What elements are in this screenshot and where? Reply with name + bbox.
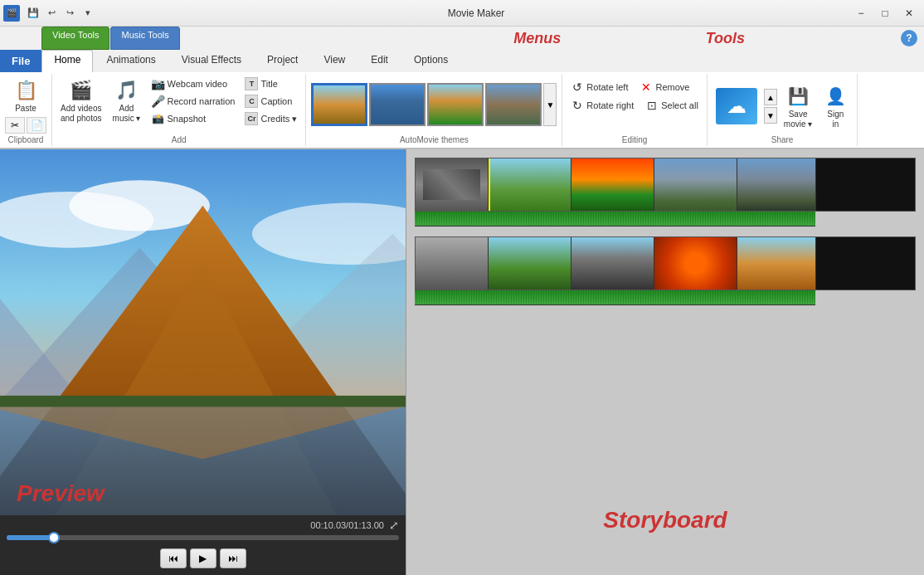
preview-seekbar[interactable] (7, 535, 399, 540)
redo-btn[interactable]: ↪ (61, 5, 78, 22)
preview-image: Preview (0, 149, 406, 515)
timecode-display: 00:10.03/01:13.00 (310, 520, 384, 530)
window-controls: − □ ✕ (849, 5, 921, 22)
title-text: Movie Maker (103, 7, 849, 19)
timeline-track-1 (415, 158, 916, 227)
music-tools-tab[interactable]: Music Tools (110, 27, 179, 50)
select-all-button[interactable]: ⊡ Select all (642, 97, 702, 114)
webcam-video-button[interactable]: 📷 Webcam video (148, 76, 239, 92)
minimize-btn[interactable]: − (849, 5, 873, 22)
theme-3[interactable] (427, 83, 484, 126)
prev-frame-btn[interactable]: ⏮ (160, 548, 187, 568)
editing-group: ↺ Rotate left ✕ Remove ↻ Rotate right ⊡ … (562, 74, 708, 146)
theme-4[interactable] (485, 83, 542, 126)
theme-scroll-down[interactable]: ▼ (543, 83, 557, 126)
maximize-btn[interactable]: □ (873, 5, 897, 22)
file-tab[interactable]: File (0, 50, 41, 72)
undo-btn[interactable]: ↩ (43, 5, 60, 22)
menus-annotation: Menus (513, 30, 561, 47)
clip-10[interactable] (737, 237, 816, 290)
next-frame-btn[interactable]: ⏭ (220, 548, 246, 568)
clip-5[interactable] (737, 158, 816, 211)
preview-label: Preview (17, 480, 105, 507)
copy-button[interactable]: 📄 (27, 117, 46, 134)
playback-controls: ⏮ ▶ ⏭ (7, 545, 399, 572)
snapshot-button[interactable]: 📸 Snapshot (148, 110, 239, 127)
audio-strip-2 (415, 290, 815, 305)
save-movie-button[interactable]: 💾 Savemovie ▾ (781, 81, 815, 131)
scroll-up-btn[interactable]: ▲ (764, 89, 777, 105)
add-music-button[interactable]: 🎵 Addmusic ▾ (109, 76, 145, 125)
main-content: Preview 00:10.03/01:13.00 ⤢ ⏮ ▶ ⏭ (0, 149, 924, 575)
expand-preview-btn[interactable]: ⤢ (389, 519, 399, 532)
clip-3[interactable] (571, 158, 654, 211)
automovie-group: ▼ AutoMovie themes (306, 74, 562, 146)
quick-access-toolbar: 🎬 💾 ↩ ↪ ▾ (3, 5, 96, 22)
share-group: ☁ ▲ ▼ 💾 Savemovie ▾ 👤 Signin Share (708, 74, 858, 146)
seek-progress (7, 535, 54, 540)
clip-6[interactable] (416, 237, 489, 290)
preview-controls: 00:10.03/01:13.00 ⤢ ⏮ ▶ ⏭ (0, 515, 406, 575)
clip-2[interactable] (489, 158, 571, 211)
tab-options[interactable]: Options (401, 50, 460, 72)
cut-button[interactable]: ✂ (5, 117, 25, 134)
tab-edit[interactable]: Edit (358, 50, 401, 72)
playhead (489, 158, 490, 211)
scroll-down-btn[interactable]: ▼ (764, 107, 777, 124)
help-button[interactable]: ? (901, 30, 917, 46)
clip-1[interactable] (416, 158, 489, 211)
preview-pane: Preview 00:10.03/01:13.00 ⤢ ⏮ ▶ ⏭ (0, 149, 406, 575)
sign-in-button[interactable]: 👤 Signin (819, 81, 852, 131)
main-tabs-row: File Home Animations Visual Effects Proj… (0, 50, 924, 72)
tab-view[interactable]: View (311, 50, 357, 72)
tab-animations[interactable]: Animations (94, 50, 168, 72)
preview-timecode: 00:10.03/01:13.00 ⤢ (7, 519, 399, 532)
title-button[interactable]: T Title (241, 76, 300, 92)
audio-strip-1 (415, 212, 815, 227)
clip-7[interactable] (489, 237, 571, 290)
timeline-track-2 (415, 236, 916, 305)
rotate-right-button[interactable]: ↻ Rotate right (567, 97, 637, 114)
theme-1[interactable] (311, 83, 367, 126)
tab-visual-effects[interactable]: Visual Effects (169, 50, 254, 72)
credits-button[interactable]: Cr Credits ▾ (241, 110, 300, 127)
clip-9[interactable] (654, 237, 737, 290)
title-bar: 🎬 💾 ↩ ↪ ▾ Movie Maker − □ ✕ (0, 0, 924, 27)
film-strip-1 (415, 158, 916, 212)
quick-access-more[interactable]: ▾ (80, 5, 96, 22)
seek-thumb[interactable] (48, 532, 60, 543)
tool-tabs-row: Video Tools Music Tools Menus Tools ? (0, 27, 924, 50)
save-quick-btn[interactable]: 💾 (25, 5, 41, 22)
svg-point-2 (69, 180, 210, 231)
add-group: 🎬 Add videosand photos 🎵 Addmusic ▾ 📷 We… (52, 74, 306, 146)
paste-button[interactable]: 📋 Paste (9, 76, 42, 115)
storyboard-label: Storyboard (603, 507, 727, 534)
film-strip-2 (415, 236, 916, 290)
rotate-left-button[interactable]: ↺ Rotate left (567, 79, 631, 95)
tab-project[interactable]: Project (255, 50, 310, 72)
theme-2[interactable] (369, 83, 426, 126)
clip-4[interactable] (654, 158, 737, 211)
record-narration-button[interactable]: 🎤 Record narration (148, 93, 239, 110)
clip-8[interactable] (571, 237, 654, 290)
storyboard-pane: Storyboard (406, 149, 924, 575)
video-tools-tab[interactable]: Video Tools (41, 27, 109, 50)
onedrive-button[interactable]: ☁ (712, 86, 761, 126)
play-btn[interactable]: ▶ (190, 548, 216, 568)
clipboard-group: 📋 Paste ✂ 📄 Clipboard (0, 74, 52, 146)
app-icon: 🎬 (3, 5, 20, 22)
svg-rect-11 (0, 396, 406, 407)
remove-button[interactable]: ✕ Remove (636, 79, 693, 95)
tools-annotation: Tools (706, 30, 745, 47)
close-btn[interactable]: ✕ (897, 5, 921, 22)
ribbon: 📋 Paste ✂ 📄 Clipboard 🎬 Add videosand ph… (0, 72, 924, 149)
tab-home[interactable]: Home (41, 50, 93, 72)
preview-video: Preview (0, 149, 406, 515)
caption-button[interactable]: C Caption (241, 93, 300, 110)
add-videos-button[interactable]: 🎬 Add videosand photos (57, 76, 105, 125)
